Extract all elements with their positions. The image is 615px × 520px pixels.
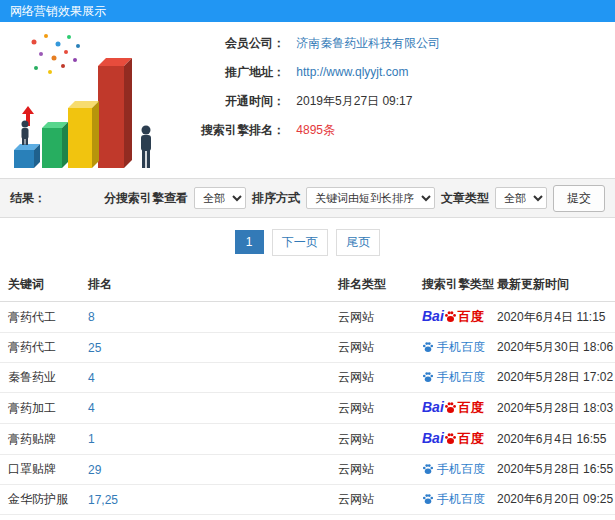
paw-icon: [422, 341, 434, 353]
table-row: 口罩贴牌29云网站手机百度2020年5月28日 16:55: [0, 455, 615, 485]
rank-type-cell: 云网站: [330, 515, 414, 520]
header-engine-type: 搜索引擎类型: [414, 268, 489, 302]
paw-icon: [444, 310, 457, 323]
member-info-fields: 会员公司： 济南秦鲁药业科技有限公司 推广地址： http://www.qlyy…: [175, 22, 615, 139]
baidu-bai-text: Bai: [422, 399, 444, 415]
rank-link[interactable]: 25: [88, 341, 101, 355]
rank-type-cell: 云网站: [330, 424, 414, 455]
table-row: 膏药代工25云网站手机百度2020年5月30日 18:06: [0, 333, 615, 363]
bar-chart-clipart-image: [6, 28, 166, 176]
paw-icon: [422, 371, 434, 383]
rank-count-label: 搜索引擎排名：: [175, 121, 285, 139]
submit-button[interactable]: 提交: [553, 185, 605, 212]
info-row-url: 推广地址： http://www.qlyyjt.com: [175, 63, 615, 81]
table-header-row: 关键词 排名 排名类型 搜索引擎类型 最新更新时间: [0, 268, 615, 302]
sort-select[interactable]: 关键词由短到长排序: [306, 187, 435, 209]
time-cell: 2020年5月28日 17:02: [489, 363, 615, 393]
rank-type-cell: 云网站: [330, 485, 414, 515]
time-cell: 2020年5月28日 18:03: [489, 393, 615, 424]
keyword-cell: 口罩贴牌: [0, 455, 80, 485]
baidu-mobile-logo: 手机百度: [422, 370, 485, 384]
table-row: 福建防护服10云网站手机百度2020年6月4日 11:10: [0, 515, 615, 520]
filter-controls: 分搜索引擎查看 全部 排序方式 关键词由短到长排序 文章类型 全部 提交: [104, 185, 605, 212]
rank-link[interactable]: 1: [88, 432, 95, 446]
header-keyword: 关键词: [0, 268, 80, 302]
page-title: 网络营销效果展示: [10, 4, 106, 18]
baidu-mobile-logo: 手机百度: [422, 462, 485, 476]
rank-type-cell: 云网站: [330, 363, 414, 393]
header-rank: 排名: [80, 268, 330, 302]
keyword-rank-table: 关键词 排名 排名类型 搜索引擎类型 最新更新时间 膏药代工8云网站Bai百度2…: [0, 268, 615, 520]
baidu-bai-text: Bai: [422, 308, 444, 324]
table-row: 膏药代工8云网站Bai百度2020年6月4日 11:15: [0, 302, 615, 333]
rank-cell: 4: [80, 363, 330, 393]
rank-cell: 8: [80, 302, 330, 333]
rank-link[interactable]: 17,25: [88, 493, 118, 507]
baidu-pc-logo: Bai百度: [422, 310, 484, 324]
rank-link[interactable]: 29: [88, 463, 101, 477]
rank-cell: 4: [80, 393, 330, 424]
baidu-bai-text: Bai: [422, 430, 444, 446]
promo-url-label: 推广地址：: [175, 63, 285, 81]
engine-filter-select[interactable]: 全部: [194, 187, 246, 209]
rank-type-cell: 云网站: [330, 333, 414, 363]
rank-cell: 10: [80, 515, 330, 520]
baidu-pc-logo: Bai百度: [422, 432, 484, 446]
filter-bar: 结果： 分搜索引擎查看 全部 排序方式 关键词由短到长排序 文章类型 全部 提交: [0, 178, 615, 218]
rank-cell: 17,25: [80, 485, 330, 515]
keyword-cell: 膏药加工: [0, 393, 80, 424]
next-page-button[interactable]: 下一页: [272, 229, 328, 256]
engine-cell: 手机百度: [414, 363, 489, 393]
last-page-button[interactable]: 尾页: [336, 229, 380, 256]
title-bar: 网络营销效果展示: [0, 0, 615, 22]
time-cell: 2020年6月4日 11:10: [489, 515, 615, 520]
company-link[interactable]: 济南秦鲁药业科技有限公司: [296, 36, 440, 50]
article-type-select[interactable]: 全部: [495, 187, 547, 209]
article-type-label: 文章类型: [441, 190, 489, 207]
baidu-cn-text: 百度: [458, 400, 484, 415]
baidu-mobile-logo: 手机百度: [422, 340, 485, 354]
baidu-cn-text: 百度: [458, 431, 484, 446]
table-body: 膏药代工8云网站Bai百度2020年6月4日 11:15膏药代工25云网站手机百…: [0, 302, 615, 520]
info-row-open-time: 开通时间： 2019年5月27日 09:17: [175, 92, 615, 110]
table-row: 秦鲁药业4云网站手机百度2020年5月28日 17:02: [0, 363, 615, 393]
result-label: 结果：: [10, 190, 46, 207]
time-cell: 2020年5月30日 18:06: [489, 333, 615, 363]
rank-link[interactable]: 4: [88, 401, 95, 415]
info-row-company: 会员公司： 济南秦鲁药业科技有限公司: [175, 34, 615, 52]
rank-cell: 25: [80, 333, 330, 363]
member-info-panel: 会员公司： 济南秦鲁药业科技有限公司 推广地址： http://www.qlyy…: [0, 22, 615, 178]
rank-cell: 1: [80, 424, 330, 455]
engine-filter-label: 分搜索引擎查看: [104, 190, 188, 207]
baidu-mobile-label: 手机百度: [437, 462, 485, 476]
baidu-cn-text: 百度: [458, 309, 484, 324]
rank-link[interactable]: 8: [88, 310, 95, 324]
rank-cell: 29: [80, 455, 330, 485]
baidu-pc-logo: Bai百度: [422, 401, 484, 415]
engine-cell: 手机百度: [414, 455, 489, 485]
time-cell: 2020年6月4日 16:55: [489, 424, 615, 455]
rank-type-cell: 云网站: [330, 393, 414, 424]
header-update-time: 最新更新时间: [489, 268, 615, 302]
table-row: 膏药加工4云网站Bai百度2020年5月28日 18:03: [0, 393, 615, 424]
current-page-button[interactable]: 1: [235, 230, 264, 254]
keyword-cell: 膏药代工: [0, 302, 80, 333]
table-row: 金华防护服17,25云网站手机百度2020年6月20日 09:25: [0, 485, 615, 515]
info-row-rank-count: 搜索引擎排名： 4895条: [175, 121, 615, 139]
paw-icon: [422, 493, 434, 505]
engine-cell: 手机百度: [414, 485, 489, 515]
rank-link[interactable]: 4: [88, 371, 95, 385]
rank-count-value: 4895条: [296, 123, 335, 137]
paw-icon: [422, 463, 434, 475]
open-time-value: 2019年5月27日 09:17: [296, 94, 412, 108]
baidu-mobile-label: 手机百度: [437, 340, 485, 354]
keyword-cell: 福建防护服: [0, 515, 80, 520]
keyword-cell: 膏药贴牌: [0, 424, 80, 455]
engine-cell: Bai百度: [414, 302, 489, 333]
promo-url-link[interactable]: http://www.qlyyjt.com: [296, 65, 408, 79]
paw-icon: [444, 432, 457, 445]
baidu-mobile-label: 手机百度: [437, 370, 485, 384]
baidu-mobile-label: 手机百度: [437, 492, 485, 506]
businessman-figure-left: [22, 121, 29, 146]
keyword-cell: 秦鲁药业: [0, 363, 80, 393]
